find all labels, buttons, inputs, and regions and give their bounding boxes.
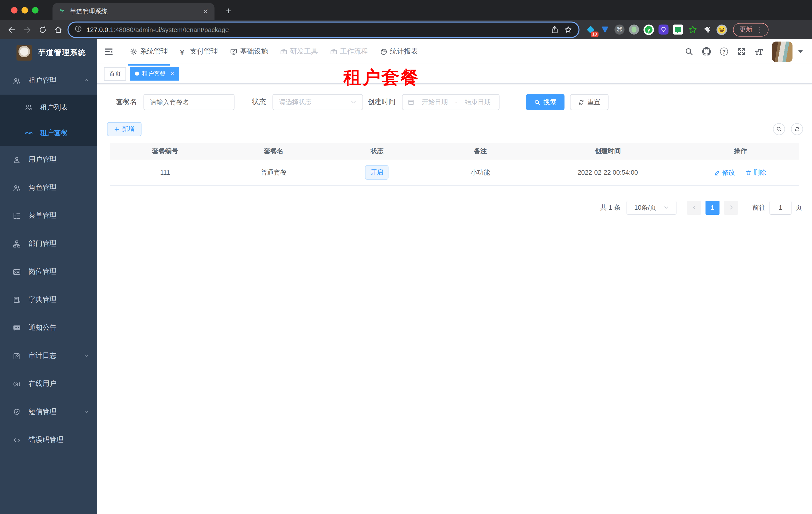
date-range-picker[interactable]: 开始日期 - 结束日期 bbox=[402, 94, 499, 110]
sidebar-item-tenant-list[interactable]: 租户列表 bbox=[0, 94, 97, 120]
sidebar-item-tenant-management[interactable]: 租户管理 bbox=[0, 66, 97, 94]
top-menu-workflow[interactable]: 工作流程 bbox=[324, 39, 374, 64]
sidebar-item-dict-management[interactable]: 字典管理 bbox=[0, 286, 97, 314]
home-icon[interactable] bbox=[53, 24, 63, 35]
extension-chat-icon[interactable] bbox=[673, 25, 683, 34]
user-icon bbox=[12, 155, 21, 164]
reload-icon[interactable] bbox=[37, 24, 48, 35]
extension-dot-icon[interactable] bbox=[629, 25, 639, 34]
sidebar-item-error-code[interactable]: 错误码管理 bbox=[0, 426, 97, 454]
forward-icon[interactable] bbox=[22, 24, 32, 35]
tab-close-icon[interactable]: ✕ bbox=[203, 7, 208, 16]
search-icon[interactable] bbox=[685, 47, 694, 56]
sidebar: 芋道管理系统 租户管理 租户列表 租户套餐 bbox=[0, 39, 97, 514]
help-icon[interactable]: ? bbox=[720, 47, 728, 56]
add-button[interactable]: 新增 bbox=[107, 122, 142, 136]
minimize-window-button[interactable] bbox=[22, 7, 28, 13]
page-unit-label: 页 bbox=[795, 203, 802, 212]
close-window-button[interactable] bbox=[11, 7, 18, 13]
goto-label: 前往 bbox=[753, 203, 765, 212]
back-icon[interactable] bbox=[6, 24, 17, 35]
browser-tab[interactable]: 芋道管理系统 ✕ bbox=[53, 3, 214, 20]
sidebar-logo[interactable]: 芋道管理系统 bbox=[0, 39, 97, 66]
sidebar-item-notice[interactable]: 通知公告 bbox=[0, 314, 97, 342]
tag-tenant-package[interactable]: 租户套餐 × bbox=[130, 67, 179, 80]
table-refresh-icon[interactable] bbox=[791, 123, 803, 135]
table-header-row: 套餐编号 套餐名 状态 备注 创建时间 操作 bbox=[110, 143, 799, 160]
trash-icon bbox=[746, 169, 752, 175]
page-content: 套餐名 状态 请选择状态 创建时间 开始日期 - 结束日期 bbox=[97, 84, 812, 214]
table-search-toggle-icon[interactable] bbox=[773, 123, 785, 135]
sidebar-item-sms-management[interactable]: 短信管理 bbox=[0, 398, 97, 426]
col-package-name: 套餐名 bbox=[220, 143, 327, 160]
edit-link[interactable]: 修改 bbox=[715, 168, 735, 177]
package-name-input[interactable] bbox=[144, 94, 234, 110]
extension-star-icon[interactable] bbox=[688, 25, 697, 34]
col-actions: 操作 bbox=[682, 143, 799, 160]
search-button[interactable]: 搜索 bbox=[526, 94, 564, 110]
site-info-icon[interactable] bbox=[75, 25, 82, 34]
cell-actions: 修改 删除 bbox=[682, 160, 799, 185]
github-icon[interactable] bbox=[702, 47, 711, 56]
goto-page-input[interactable] bbox=[770, 200, 791, 214]
browser-menu-icon[interactable]: ⋮ bbox=[756, 26, 763, 33]
page-number-1[interactable]: 1 bbox=[705, 200, 720, 214]
browser-nav-buttons bbox=[0, 24, 63, 35]
sidebar-item-label: 通知公告 bbox=[29, 323, 89, 332]
code-icon bbox=[12, 436, 21, 444]
calendar-icon bbox=[407, 99, 414, 106]
chrome-update-button[interactable]: 更新 ⋮ bbox=[733, 23, 768, 36]
extension-badge: 10 bbox=[591, 31, 599, 37]
sidebar-item-role-management[interactable]: 角色管理 bbox=[0, 174, 97, 202]
avatar-caret-icon[interactable] bbox=[798, 50, 803, 53]
reset-button[interactable]: 重置 bbox=[570, 94, 609, 110]
user-avatar[interactable] bbox=[772, 41, 792, 62]
url-text[interactable]: 127.0.0.1:48080/admin-ui/system/tenant/p… bbox=[87, 26, 546, 33]
extension-command-icon[interactable]: ⌘ bbox=[614, 25, 625, 34]
delete-link[interactable]: 删除 bbox=[746, 168, 766, 177]
extensions-puzzle-icon[interactable] bbox=[702, 25, 712, 34]
bookmark-star-icon[interactable] bbox=[564, 25, 573, 34]
status-badge: 开启 bbox=[365, 165, 389, 180]
sidebar-item-label: 审计日志 bbox=[29, 351, 84, 360]
top-menu-devtools[interactable]: 研发工具 bbox=[274, 39, 324, 64]
sidebar-item-label: 短信管理 bbox=[29, 407, 84, 416]
top-menu-label: 工作流程 bbox=[340, 47, 368, 56]
sidebar-item-label: 错误码管理 bbox=[29, 435, 89, 444]
font-size-icon[interactable] bbox=[754, 47, 763, 56]
status-select[interactable]: 请选择状态 bbox=[272, 94, 363, 110]
sidebar-item-tenant-package[interactable]: 租户套餐 bbox=[0, 120, 97, 146]
users-icon bbox=[25, 103, 33, 112]
sidebar-item-post-management[interactable]: 岗位管理 bbox=[0, 258, 97, 286]
sidebar-item-menu-management[interactable]: 菜单管理 bbox=[0, 202, 97, 230]
new-tab-button[interactable]: + bbox=[222, 5, 235, 17]
extension-shield-icon[interactable] bbox=[659, 25, 668, 34]
top-menu-report[interactable]: 统计报表 bbox=[374, 39, 424, 64]
next-page-button[interactable] bbox=[724, 200, 738, 214]
sidebar-item-label: 字典管理 bbox=[29, 295, 89, 304]
sidebar-item-audit-log[interactable]: 审计日志 bbox=[0, 342, 97, 370]
tag-close-icon[interactable]: × bbox=[171, 70, 174, 77]
sidebar-item-department-management[interactable]: 部门管理 bbox=[0, 230, 97, 258]
tag-home[interactable]: 首页 bbox=[104, 67, 126, 80]
sidebar-item-user-management[interactable]: 用户管理 bbox=[0, 146, 97, 174]
extension-y-icon[interactable]: y bbox=[643, 24, 654, 35]
fullscreen-icon[interactable] bbox=[737, 47, 746, 56]
extension-emoji-icon[interactable] bbox=[717, 24, 727, 35]
extension-diamond-icon[interactable]: 10 bbox=[585, 25, 596, 34]
share-icon[interactable] bbox=[551, 25, 559, 34]
shield-check-icon bbox=[12, 408, 21, 416]
top-menu-system[interactable]: 系统管理 bbox=[124, 39, 174, 64]
page-size-select[interactable]: 10条/页 bbox=[627, 200, 676, 214]
extension-gem-icon[interactable] bbox=[600, 25, 610, 34]
top-menu-infra[interactable]: 基础设施 bbox=[224, 39, 274, 64]
collapse-sidebar-icon[interactable] bbox=[99, 39, 117, 64]
sidebar-item-online-users[interactable]: 在线用户 bbox=[0, 370, 97, 398]
add-button-label: 新增 bbox=[122, 125, 135, 133]
prev-page-button[interactable] bbox=[687, 200, 701, 214]
maximize-window-button[interactable] bbox=[32, 7, 38, 13]
id-card-icon bbox=[12, 268, 21, 276]
top-menu-pay[interactable]: ¥ 支付管理 bbox=[174, 39, 224, 64]
address-bar[interactable]: 127.0.0.1:48080/admin-ui/system/tenant/p… bbox=[68, 22, 579, 37]
online-user-icon bbox=[12, 380, 21, 388]
